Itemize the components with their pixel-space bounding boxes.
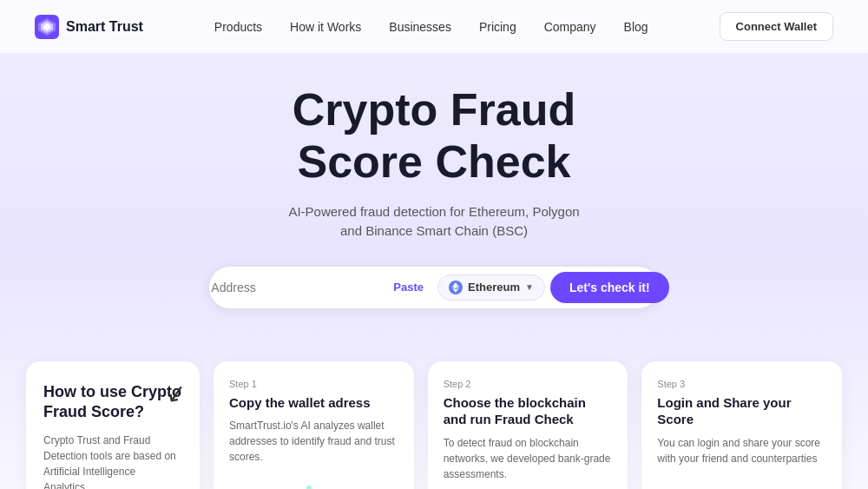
search-bar: Paste Ethereum ▼ Let's check it! — [208, 266, 660, 309]
hero-section: Crypto FraudScore Check AI-Powered fraud… — [0, 53, 868, 361]
arrow-curve-icon: ↙ — [163, 377, 187, 408]
cards-section: ↙ How to use Crypto Fraud Score? Crypto … — [0, 361, 868, 489]
step-3-label: Step 3 — [657, 379, 826, 389]
how-to-title: How to use Crypto Fraud Score? — [43, 382, 182, 423]
logo-icon — [35, 15, 59, 39]
svg-point-13 — [306, 486, 312, 489]
brand-name: Smart Trust — [66, 19, 143, 35]
nav-businesses[interactable]: Businesses — [389, 20, 451, 34]
step-2-card: Step 2 Choose the blockchain and run Fra… — [428, 361, 628, 489]
step-3-description: You can login and share your score with … — [657, 435, 826, 466]
how-to-card: ↙ How to use Crypto Fraud Score? Crypto … — [26, 361, 200, 489]
step-2-label: Step 2 — [444, 379, 613, 389]
nav-products[interactable]: Products — [214, 20, 262, 34]
nav-company[interactable]: Company — [544, 20, 596, 34]
network-label: Ethereum — [468, 281, 520, 294]
step-1-label: Step 1 — [229, 379, 398, 389]
network-selector[interactable]: Ethereum ▼ — [437, 274, 545, 301]
check-button[interactable]: Let's check it! — [550, 272, 669, 303]
navbar: Smart Trust Products How it Works Busine… — [0, 0, 868, 53]
nav-pricing[interactable]: Pricing — [479, 20, 516, 34]
step-2-description: To detect fraud on blockchain networks, … — [444, 435, 613, 482]
nav-how-it-works[interactable]: How it Works — [290, 20, 361, 34]
brand-logo[interactable]: Smart Trust — [35, 15, 143, 39]
nav-links: Products How it Works Businesses Pricing… — [214, 19, 648, 35]
address-input[interactable] — [211, 281, 385, 294]
ethereum-icon — [449, 281, 463, 294]
step-1-illustration — [244, 475, 383, 489]
step-1-title: Copy the wallet adress — [229, 394, 398, 412]
step-1-card: Step 1 Copy the wallet adress SmartTrust… — [214, 361, 414, 489]
paste-button[interactable]: Paste — [385, 281, 432, 294]
step-1-image — [229, 475, 398, 489]
hero-title: Crypto FraudScore Check — [17, 84, 851, 188]
hero-subtitle: AI-Powered fraud detection for Ethereum,… — [17, 202, 851, 241]
chevron-down-icon: ▼ — [525, 282, 534, 292]
step-3-card: Step 3 Login and Share your Score You ca… — [641, 361, 842, 489]
step-3-title: Login and Share your Score — [657, 394, 826, 428]
step-3-illustration: ★ ★ ★ — [673, 477, 812, 489]
nav-blog[interactable]: Blog — [624, 20, 648, 34]
step-1-description: SmartTrust.io's AI analyzes wallet addre… — [229, 418, 398, 465]
connect-wallet-button[interactable]: Connect Wallet — [720, 12, 833, 41]
step-3-image: ★ ★ ★ — [657, 477, 826, 489]
step-2-title: Choose the blockchain and run Fraud Chec… — [444, 394, 613, 428]
how-to-description: Crypto Trust and Fraud Detection tools a… — [43, 433, 182, 489]
